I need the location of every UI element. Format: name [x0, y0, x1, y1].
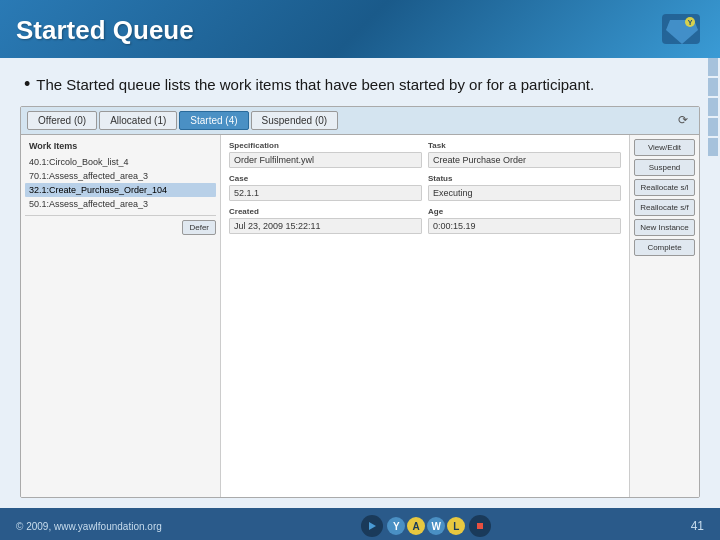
specification-value: Order Fulfilment.ywl [229, 152, 422, 168]
scrollbar-decoration [706, 54, 720, 504]
list-item[interactable]: 70.1:Assess_affected_area_3 [25, 169, 216, 183]
tab-bar: Offered (0) Allocated (1) Started (4) Su… [21, 107, 699, 135]
header-logo: Y [660, 12, 704, 48]
age-value: 0:00:15.19 [428, 218, 621, 234]
work-items-pane: Work Items 40.1:Circolo_Book_list_4 70.1… [21, 135, 221, 497]
case-value: 52.1.1 [229, 185, 422, 201]
bullet-text: The Started queue lists the work items t… [36, 74, 594, 96]
screenshot-panel: Offered (0) Allocated (1) Started (4) Su… [20, 106, 700, 498]
complete-button[interactable]: Complete [634, 239, 695, 256]
created-label: Created [229, 207, 422, 216]
svg-marker-4 [369, 522, 376, 530]
list-item[interactable]: 50.1:Assess_affected_area_3 [25, 197, 216, 211]
status-label: Status [428, 174, 621, 183]
refresh-icon[interactable]: ⟳ [673, 112, 693, 128]
footer-page-number: 41 [691, 519, 704, 533]
task-label: Task [428, 141, 621, 150]
reallocate-sf-button[interactable]: Reallocate s/f [634, 199, 695, 216]
detail-grid: Specification Order Fulfilment.ywl Task … [229, 141, 621, 234]
task-value: Create Purchase Order [428, 152, 621, 168]
svg-rect-5 [477, 523, 483, 529]
defer-button[interactable]: Defer [182, 220, 216, 235]
footer-center: Y A W L [361, 515, 491, 537]
tab-allocated[interactable]: Allocated (1) [99, 111, 177, 130]
page-title: Started Queue [16, 15, 194, 46]
status-value: Executing [428, 185, 621, 201]
bullet-point: • The Started queue lists the work items… [20, 74, 700, 96]
status-field: Status Executing [428, 174, 621, 201]
task-field: Task Create Purchase Order [428, 141, 621, 168]
panel-body: Work Items 40.1:Circolo_Book_list_4 70.1… [21, 135, 699, 497]
detail-pane: Specification Order Fulfilment.ywl Task … [221, 135, 629, 497]
action-buttons-panel: View/Edit Suspend Reallocate s/l Realloc… [629, 135, 699, 497]
created-value: Jul 23, 2009 15:22:11 [229, 218, 422, 234]
age-label: Age [428, 207, 621, 216]
specification-label: Specification [229, 141, 422, 150]
yawl-w: W [427, 517, 445, 535]
case-label: Case [229, 174, 422, 183]
new-instance-button[interactable]: New Instance [634, 219, 695, 236]
main-content: • The Started queue lists the work items… [0, 58, 720, 508]
reallocate-sl-button[interactable]: Reallocate s/l [634, 179, 695, 196]
yawl-a: A [407, 517, 425, 535]
tab-started[interactable]: Started (4) [179, 111, 248, 130]
yawl-l: L [447, 517, 465, 535]
yawl-logo: Y A W L [387, 517, 465, 535]
created-field: Created Jul 23, 2009 15:22:11 [229, 207, 422, 234]
suspend-button[interactable]: Suspend [634, 159, 695, 176]
tab-suspended[interactable]: Suspended (0) [251, 111, 339, 130]
yawl-y: Y [387, 517, 405, 535]
footer: © 2009, www.yawlfoundation.org Y A W L 4… [0, 508, 720, 540]
work-items-title: Work Items [25, 139, 216, 153]
age-field: Age 0:00:15.19 [428, 207, 621, 234]
view-edit-button[interactable]: View/Edit [634, 139, 695, 156]
svg-text:Y: Y [688, 19, 693, 26]
tab-offered[interactable]: Offered (0) [27, 111, 97, 130]
list-pane-actions: Defer [25, 215, 216, 235]
specification-field: Specification Order Fulfilment.ywl [229, 141, 422, 168]
play-button[interactable] [361, 515, 383, 537]
bullet-icon: • [24, 74, 30, 96]
header: Started Queue Y [0, 0, 720, 58]
footer-copyright: © 2009, www.yawlfoundation.org [16, 521, 162, 532]
list-item[interactable]: 40.1:Circolo_Book_list_4 [25, 155, 216, 169]
case-field: Case 52.1.1 [229, 174, 422, 201]
stop-button[interactable] [469, 515, 491, 537]
list-item-selected[interactable]: 32.1:Create_Purchase_Order_104 [25, 183, 216, 197]
